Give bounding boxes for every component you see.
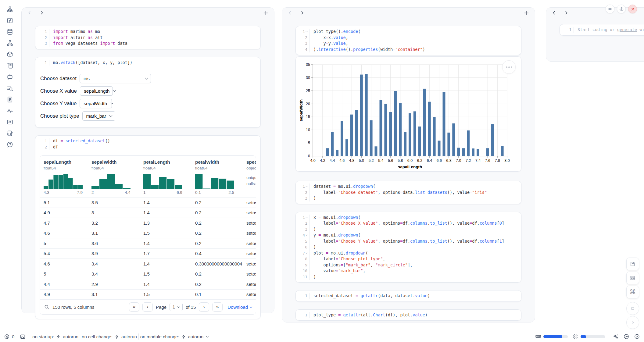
code-line[interactable]: 4y = mo.ui.dropdown( bbox=[296, 232, 521, 238]
run-button[interactable] bbox=[626, 316, 639, 329]
copilot-button[interactable] bbox=[623, 333, 629, 340]
dropdown-choose-plot-type[interactable]: mark_bar bbox=[82, 111, 115, 121]
table-row[interactable]: 4.63.11.50.2setosa bbox=[40, 228, 256, 238]
code-line[interactable]: 6) bbox=[296, 244, 521, 250]
code-line[interactable]: 2import altair as alt bbox=[35, 35, 260, 41]
code-line[interactable]: 9 options=["mark_bar", "mark_circle"], bbox=[296, 262, 521, 268]
functions-icon[interactable] bbox=[6, 17, 13, 24]
page-select[interactable]: 1 bbox=[170, 303, 183, 311]
code-editor[interactable]: 1df = selected_dataset()2df bbox=[35, 136, 260, 152]
close-panel-button[interactable] bbox=[628, 5, 637, 13]
chart-output[interactable]: 4.04.24.44.64.85.05.25.45.65.86.06.26.46… bbox=[295, 56, 521, 172]
code-snippets-icon[interactable] bbox=[6, 118, 13, 126]
fold-chevron-icon[interactable] bbox=[306, 252, 308, 254]
prev-page-button[interactable]: ‹ bbox=[142, 302, 153, 312]
add-cell-icon[interactable] bbox=[263, 10, 269, 16]
help-icon[interactable] bbox=[6, 141, 13, 148]
code-line[interactable]: 1import marimo as mo bbox=[35, 29, 260, 35]
table-row[interactable]: 53.61.40.2setosa bbox=[40, 238, 256, 248]
code-line[interactable]: 2 label="Choose X value", options=df.col… bbox=[296, 220, 521, 226]
last-page-button[interactable]: » bbox=[212, 302, 223, 312]
code-line[interactable]: 1dataset = mo.ui.dropdown( bbox=[296, 183, 521, 190]
code-line[interactable]: 1df = selected_dataset() bbox=[35, 138, 260, 144]
column-header-petalWidth[interactable]: petalWidthfloat640.12.5 bbox=[191, 159, 243, 195]
add-cell-icon[interactable] bbox=[524, 10, 529, 16]
code-line[interactable]: 2 label="Choose dataset", options=data.l… bbox=[296, 190, 521, 196]
fold-chevron-icon[interactable] bbox=[306, 185, 308, 187]
fold-chevron-icon[interactable] bbox=[306, 30, 308, 32]
code-editor[interactable]: 1selected_dataset = getattr(data, datase… bbox=[296, 290, 521, 301]
code-line[interactable]: 10 value="mark_bar", bbox=[296, 268, 521, 274]
code-line[interactable]: 7plot = mo.ui.dropdown( bbox=[296, 250, 521, 256]
terminal-button[interactable] bbox=[20, 334, 26, 340]
code-line[interactable]: 1plot_type = getattr(alt.Chart(df), plot… bbox=[296, 312, 521, 318]
outline-search-icon[interactable] bbox=[6, 84, 13, 92]
table-row[interactable]: 53.41.50.2setosa bbox=[40, 269, 256, 279]
code-line[interactable]: 1selected_dataset = getattr(data, datase… bbox=[296, 293, 521, 299]
code-line[interactable]: 3from vega_datasets import data bbox=[35, 41, 260, 47]
activity-icon[interactable] bbox=[6, 107, 13, 114]
first-page-button[interactable]: « bbox=[129, 302, 139, 312]
code-editor[interactable]: 1dataset = mo.ui.dropdown(2 label="Choos… bbox=[296, 181, 521, 204]
column-header-sepalWidth[interactable]: sepalWidthfloat6424.4 bbox=[88, 159, 140, 195]
file-tree-icon[interactable] bbox=[6, 5, 13, 13]
document-icon[interactable] bbox=[6, 96, 13, 103]
table-row[interactable]: 4.93.11.50.1setosa bbox=[40, 289, 256, 300]
code-line[interactable]: 3) bbox=[296, 195, 521, 201]
table-row[interactable]: 5.43.91.70.4setosa bbox=[40, 248, 256, 259]
code-line[interactable]: 4).interactive().properties(width="conta… bbox=[296, 47, 521, 53]
ai-assist-button[interactable] bbox=[613, 333, 619, 340]
dropdown-choose-dataset[interactable]: iris bbox=[80, 74, 151, 83]
code-editor[interactable]: 1x = mo.ui.dropdown(2 label="Choose X va… bbox=[296, 212, 521, 283]
column-next-icon[interactable] bbox=[39, 10, 44, 15]
fold-chevron-icon[interactable] bbox=[306, 234, 308, 236]
code-line[interactable]: 1mo.vstack([dataset, x, y, plot]) bbox=[35, 60, 260, 66]
database-icon[interactable] bbox=[6, 28, 13, 35]
table-row[interactable]: 4.931.40.2setosa bbox=[40, 208, 256, 218]
dropdown-choose-x-value[interactable]: sepalLength bbox=[80, 86, 113, 96]
script-log-icon[interactable] bbox=[6, 62, 13, 69]
dependency-graph-icon[interactable] bbox=[6, 39, 13, 47]
fold-chevron-icon[interactable] bbox=[306, 216, 308, 218]
code-line[interactable]: 2 x=x.value, bbox=[296, 35, 521, 41]
column-header-species[interactable]: speciesobjectunique:nulls: bbox=[243, 159, 256, 195]
bar-chart[interactable]: 4.04.24.44.64.85.05.25.45.65.86.06.26.46… bbox=[298, 61, 520, 169]
table-row[interactable]: 4.73.21.30.2setosa bbox=[40, 218, 256, 228]
runtime-setting[interactable]: on startup:autorun bbox=[32, 334, 78, 339]
menu-button[interactable] bbox=[606, 5, 614, 13]
table-row[interactable]: 4.63.41.40.30000000000000004setosa bbox=[40, 258, 256, 269]
code-line[interactable]: 1x = mo.ui.dropdown( bbox=[296, 215, 521, 221]
keyboard-shortcuts-button[interactable]: ⌘ bbox=[626, 286, 639, 298]
ai-chat-icon[interactable] bbox=[6, 73, 13, 80]
code-line[interactable]: 3 y=y.value, bbox=[296, 41, 521, 47]
code-editor[interactable]: 1plot_type().encode(2 x=x.value,3 y=y.va… bbox=[296, 26, 521, 55]
dropdown-choose-y-value[interactable]: sepalWidth bbox=[80, 99, 112, 108]
code-editor[interactable]: 1 Start coding or generate with AI bbox=[560, 24, 644, 35]
layout-button[interactable] bbox=[626, 272, 639, 284]
column-header-petalLength[interactable]: petalLengthfloat6416.9 bbox=[140, 159, 191, 195]
scratchpad-icon[interactable] bbox=[6, 130, 13, 137]
code-line[interactable]: 11) bbox=[296, 274, 521, 280]
connection-status-button[interactable] bbox=[634, 333, 640, 340]
code-line[interactable]: 5 label="Choose Y value", options=df.col… bbox=[296, 238, 521, 244]
column-prev-icon[interactable] bbox=[288, 10, 292, 15]
column-header-sepalLength[interactable]: sepalLengthfloat644.37.9 bbox=[40, 159, 88, 195]
error-count[interactable]: 0 bbox=[4, 334, 14, 340]
next-page-button[interactable]: › bbox=[199, 302, 209, 312]
chart-actions-icon[interactable] bbox=[502, 60, 516, 74]
code-editor[interactable]: 1plot_type = getattr(alt.Chart(df), plot… bbox=[296, 310, 521, 321]
code-editor[interactable]: 1import marimo as mo2import altair as al… bbox=[35, 26, 260, 49]
generate-with-ai-link[interactable]: generate bbox=[617, 27, 637, 32]
code-line[interactable]: 1plot_type().encode( bbox=[296, 29, 521, 35]
settings-button[interactable] bbox=[617, 5, 626, 13]
code-line[interactable]: 8 label="Choose plot type", bbox=[296, 256, 521, 262]
table-row[interactable]: 4.42.91.40.2setosa bbox=[40, 279, 256, 289]
runtime-setting[interactable]: on cell change:autorun bbox=[82, 334, 137, 339]
column-prev-icon[interactable] bbox=[27, 10, 32, 15]
column-prev-icon[interactable] bbox=[552, 10, 556, 15]
column-next-icon[interactable] bbox=[300, 10, 305, 15]
code-line[interactable]: 3) bbox=[296, 226, 521, 233]
package-icon[interactable] bbox=[6, 51, 13, 58]
code-line[interactable]: 2df bbox=[35, 144, 260, 150]
save-button[interactable] bbox=[626, 258, 639, 270]
